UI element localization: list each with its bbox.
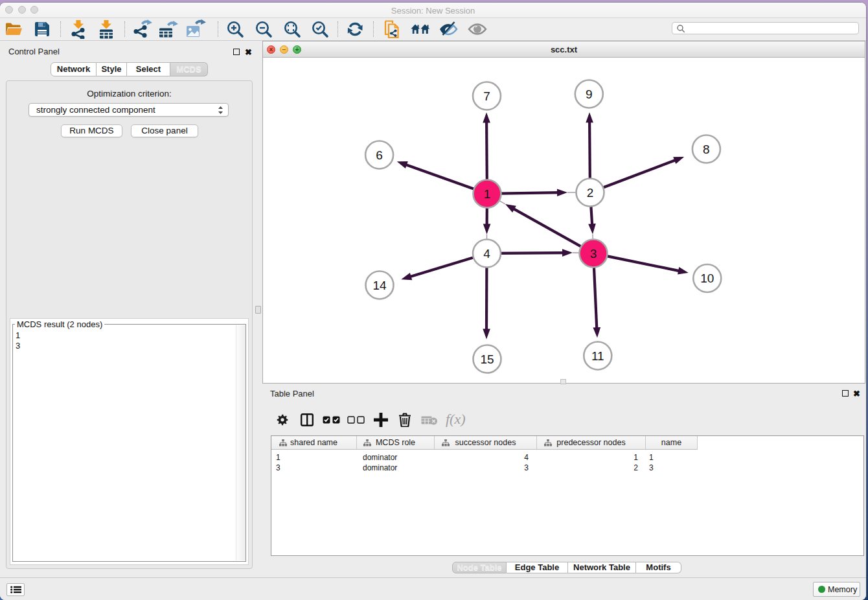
svg-text:4: 4 <box>483 247 490 260</box>
svg-text:14: 14 <box>372 279 387 292</box>
svg-text:9: 9 <box>586 87 593 101</box>
svg-text:1: 1 <box>484 187 491 201</box>
svg-text:11: 11 <box>591 349 604 363</box>
svg-text:8: 8 <box>703 143 710 156</box>
svg-text:10: 10 <box>700 271 714 285</box>
svg-text:7: 7 <box>483 89 490 103</box>
svg-text:2: 2 <box>587 186 594 200</box>
svg-text:3: 3 <box>590 247 597 260</box>
svg-text:6: 6 <box>376 148 383 162</box>
svg-text:15: 15 <box>480 352 494 366</box>
